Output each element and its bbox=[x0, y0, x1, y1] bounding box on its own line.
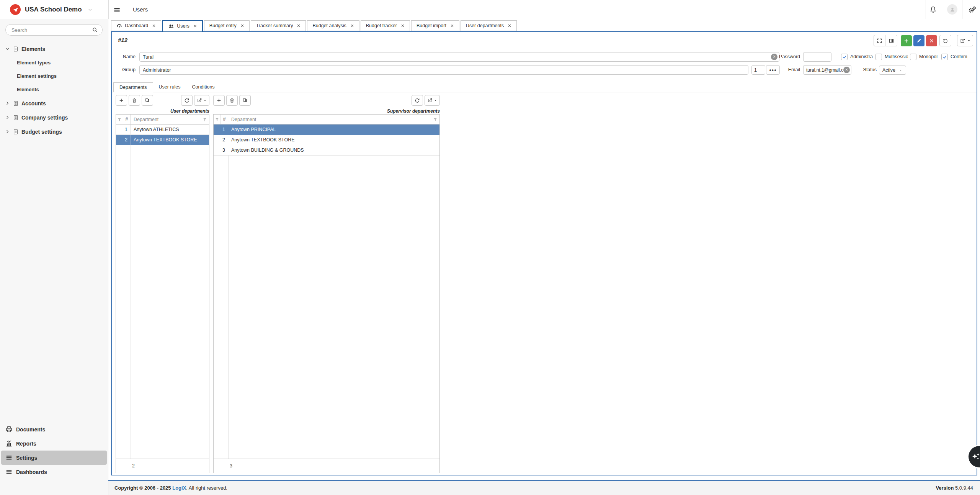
settings-gears-icon[interactable] bbox=[967, 5, 977, 14]
column-header-department[interactable]: Department bbox=[228, 117, 431, 122]
name-field[interactable] bbox=[139, 52, 779, 62]
clear-icon[interactable]: × bbox=[843, 67, 850, 73]
close-icon[interactable] bbox=[401, 24, 405, 28]
header-divider bbox=[926, 0, 926, 19]
notifications-bell-icon[interactable] bbox=[928, 5, 938, 14]
column-header-num[interactable]: # bbox=[123, 115, 131, 124]
edit-pencil-button[interactable] bbox=[913, 35, 924, 46]
export-button[interactable] bbox=[194, 95, 209, 106]
chevron-down-icon bbox=[88, 7, 93, 12]
header-divider bbox=[108, 0, 109, 19]
cancel-button[interactable] bbox=[926, 35, 937, 46]
delete-row-button[interactable] bbox=[226, 95, 238, 106]
group-field[interactable] bbox=[139, 65, 748, 75]
filter-funnel-icon[interactable] bbox=[201, 117, 209, 122]
group-label: Group bbox=[112, 65, 136, 75]
filter-funnel-icon[interactable] bbox=[214, 115, 221, 124]
chevron-right-icon bbox=[5, 129, 10, 134]
row-number: 2 bbox=[116, 135, 131, 145]
chart-icon bbox=[5, 440, 13, 447]
brand[interactable]: USA School Demo bbox=[10, 0, 93, 19]
password-field[interactable] bbox=[803, 52, 831, 62]
tab-budget-entry[interactable]: Budget entry bbox=[204, 20, 250, 31]
close-icon[interactable] bbox=[508, 24, 511, 28]
tab-budget-tracker[interactable]: Budget tracker bbox=[361, 20, 410, 31]
multisession-checkbox[interactable] bbox=[875, 54, 882, 60]
sidebar-item-dashboards[interactable]: Dashboards bbox=[0, 465, 108, 479]
tab-tracker-summary[interactable]: Tracker summary bbox=[251, 20, 306, 31]
export-button[interactable] bbox=[425, 95, 440, 106]
status-select[interactable]: Active bbox=[879, 66, 906, 75]
password-label: Password bbox=[769, 52, 800, 62]
sidebar-item-elements[interactable]: Elements bbox=[0, 42, 108, 56]
tab-budget-import[interactable]: Budget import bbox=[411, 20, 459, 31]
split-view-button[interactable] bbox=[885, 35, 897, 46]
tab-budget-analysis[interactable]: Budget analysis bbox=[307, 20, 359, 31]
column-header-num[interactable]: # bbox=[221, 115, 228, 124]
add-button[interactable] bbox=[901, 35, 912, 46]
copy-row-button[interactable] bbox=[239, 95, 251, 106]
refresh-button[interactable] bbox=[181, 95, 193, 106]
subtab-user-rules[interactable]: User rules bbox=[153, 82, 186, 92]
monopol-checkbox-label: Monopol bbox=[919, 53, 939, 61]
sidebar-item-elements-child[interactable]: Elements bbox=[0, 83, 108, 96]
column-header-department[interactable]: Department bbox=[131, 117, 201, 122]
filter-funnel-icon[interactable] bbox=[116, 115, 123, 124]
administrator-checkbox[interactable] bbox=[841, 54, 848, 60]
copyright: Copyright © 2006 - 2025 LogiX. All right… bbox=[114, 485, 227, 491]
export-button[interactable] bbox=[957, 35, 973, 46]
sidebar-item-reports[interactable]: Reports bbox=[0, 436, 108, 451]
tab-user-departments[interactable]: User departments bbox=[461, 20, 517, 31]
sidebar-search bbox=[5, 24, 103, 36]
copy-row-button[interactable] bbox=[142, 95, 153, 106]
table-row[interactable]: 2 Anytown TEXTBOOK STORE bbox=[214, 135, 439, 145]
monopol-checkbox[interactable] bbox=[910, 54, 916, 60]
tab-users[interactable]: Users bbox=[162, 20, 203, 32]
name-label: Name bbox=[112, 52, 136, 62]
close-icon[interactable] bbox=[297, 24, 301, 28]
group-number-field[interactable] bbox=[751, 65, 765, 75]
sidebar-item-budget-settings[interactable]: Budget settings bbox=[0, 125, 108, 139]
sidebar-item-settings[interactable]: Settings bbox=[1, 451, 107, 465]
table-row[interactable]: 2 Anytown TEXTBOOK STORE bbox=[116, 135, 209, 145]
tab-label: Dashboard bbox=[125, 23, 148, 28]
document-icon bbox=[13, 129, 19, 135]
fullscreen-button[interactable] bbox=[874, 35, 885, 46]
sidebar-bottom-nav: Documents Reports Settings Dashboards bbox=[0, 422, 108, 479]
sidebar-item-accounts[interactable]: Accounts bbox=[0, 96, 108, 110]
hamburger-menu-button[interactable] bbox=[112, 5, 122, 15]
table-header: # Department bbox=[116, 115, 209, 125]
add-row-button[interactable] bbox=[213, 95, 225, 106]
search-icon[interactable] bbox=[92, 27, 98, 33]
subtab-departments[interactable]: Departments bbox=[113, 82, 153, 92]
subtab-conditions[interactable]: Conditions bbox=[186, 82, 220, 92]
gauge-icon bbox=[116, 23, 122, 29]
table-row[interactable]: 1 Anytown ATHLETICS bbox=[116, 125, 209, 135]
tab-dashboard[interactable]: Dashboard bbox=[111, 20, 161, 31]
undo-button[interactable] bbox=[939, 35, 951, 46]
subtab-label: Conditions bbox=[192, 84, 215, 90]
search-input[interactable] bbox=[5, 24, 103, 36]
close-icon[interactable] bbox=[240, 24, 244, 28]
confirm-checkbox[interactable] bbox=[941, 54, 948, 60]
table-row[interactable]: 1 Anytown PRINCIPAL bbox=[214, 125, 439, 135]
refresh-button[interactable] bbox=[412, 95, 423, 106]
sidebar-item-documents[interactable]: Documents bbox=[0, 422, 108, 436]
close-icon[interactable] bbox=[450, 24, 454, 28]
user-avatar[interactable] bbox=[947, 4, 957, 15]
close-icon[interactable] bbox=[152, 24, 156, 28]
sidebar-item-element-settings[interactable]: Element settings bbox=[0, 69, 108, 83]
company-link[interactable]: LogiX bbox=[172, 485, 186, 491]
status-label: Status bbox=[858, 65, 877, 75]
delete-row-button[interactable] bbox=[129, 95, 140, 106]
add-row-button[interactable] bbox=[116, 95, 127, 106]
filter-funnel-icon[interactable] bbox=[431, 117, 439, 122]
sidebar-item-element-types[interactable]: Element types bbox=[0, 56, 108, 69]
close-icon[interactable] bbox=[350, 24, 354, 28]
page-footer: Copyright © 2006 - 2025 LogiX. All right… bbox=[108, 480, 980, 495]
sidebar: Elements Element types Element settings … bbox=[0, 19, 108, 495]
table-row[interactable]: 3 Anytown BUILDING & GROUNDS bbox=[214, 145, 439, 156]
sidebar-item-company-settings[interactable]: Company settings bbox=[0, 110, 108, 125]
close-icon[interactable] bbox=[193, 24, 197, 28]
row-number: 1 bbox=[116, 125, 131, 134]
